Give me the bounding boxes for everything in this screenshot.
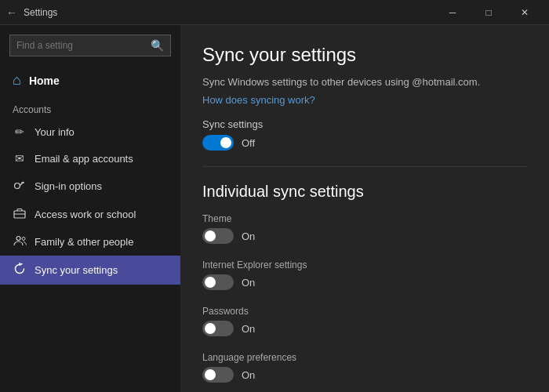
sidebar-item-sync-your-settings[interactable]: Sync your settings [0, 256, 180, 285]
minimize-button[interactable]: ─ [434, 0, 471, 25]
toggle-state: On [242, 369, 255, 381]
sync-item-ie-settings: Internet Explorer settings On [202, 260, 527, 290]
toggle-thumb [205, 230, 216, 241]
language-toggle[interactable] [202, 367, 234, 383]
toggle-thumb [205, 323, 216, 334]
email-icon: ✉ [13, 152, 27, 165]
window-controls: ─ □ ✕ [434, 0, 543, 25]
page-title: Sync your settings [202, 44, 527, 66]
sidebar-item-email-app-accounts[interactable]: ✉ Email & app accounts [0, 145, 180, 172]
maximize-button[interactable]: □ [471, 0, 507, 25]
search-icon: 🔍 [151, 39, 164, 52]
divider [202, 166, 527, 167]
person-icon: ✏ [13, 125, 27, 138]
toggle-thumb [205, 277, 216, 288]
ie-settings-toggle[interactable] [202, 274, 234, 290]
svg-point-6 [16, 237, 20, 241]
svg-point-7 [22, 238, 25, 241]
people-icon [13, 235, 27, 249]
sync-item-passwords: Passwords On [202, 306, 527, 336]
sync-item-language: Language preferences On [202, 352, 527, 383]
toggle-row: On [202, 274, 527, 290]
sync-help-link[interactable]: How does syncing work? [202, 94, 527, 106]
sync-icon [13, 263, 27, 278]
sidebar-item-family-other-people[interactable]: Family & other people [0, 228, 180, 256]
sync-item-theme: Theme On [202, 213, 527, 244]
sync-settings-label: Sync settings [202, 118, 527, 130]
content-subtitle: Sync Windows settings to other devices u… [202, 75, 527, 89]
sync-item-label: Theme [202, 213, 527, 224]
close-button[interactable]: ✕ [507, 0, 543, 25]
toggle-state: On [242, 230, 255, 242]
svg-point-0 [15, 183, 20, 189]
sidebar-item-label: Sync your settings [35, 264, 118, 276]
sidebar-item-home[interactable]: ⌂ Home [0, 66, 180, 95]
individual-sync-title: Individual sync settings [202, 183, 527, 201]
sync-settings-state: Off [242, 137, 255, 149]
sidebar-item-label: Your info [35, 126, 75, 138]
theme-toggle[interactable] [202, 228, 234, 244]
sidebar-item-access-work-school[interactable]: Access work or school [0, 201, 180, 228]
toggle-thumb [205, 369, 216, 380]
briefcase-icon [13, 208, 27, 221]
accounts-section-label: Accounts [0, 95, 180, 118]
sidebar-item-your-info[interactable]: ✏ Your info [0, 118, 180, 145]
search-box[interactable]: 🔍 [9, 34, 171, 56]
home-label: Home [29, 74, 60, 87]
home-icon: ⌂ [13, 72, 21, 89]
sync-settings-toggle-row: Off [202, 135, 527, 151]
sidebar-item-label: Email & app accounts [35, 153, 133, 165]
sidebar-item-label: Access work or school [35, 209, 136, 220]
back-button[interactable]: ← [6, 6, 17, 19]
key-icon [13, 179, 27, 194]
sync-item-label: Language preferences [202, 352, 527, 363]
toggle-row: On [202, 367, 527, 383]
passwords-toggle[interactable] [202, 321, 234, 336]
sidebar-item-label: Family & other people [35, 236, 133, 248]
toggle-row: On [202, 228, 527, 244]
sidebar-item-sign-in-options[interactable]: Sign-in options [0, 172, 180, 201]
sync-settings-toggle[interactable] [202, 135, 234, 151]
title-bar: ← Settings ─ □ ✕ [0, 0, 549, 25]
sidebar-item-label: Sign-in options [35, 180, 102, 192]
toggle-row: On [202, 321, 527, 336]
app-title: Settings [24, 7, 434, 18]
sync-item-label: Internet Explorer settings [202, 260, 527, 270]
toggle-thumb [220, 137, 231, 148]
search-input[interactable] [16, 40, 151, 51]
toggle-state: On [242, 277, 255, 289]
content-area: Sync your settings Sync Windows settings… [180, 25, 549, 392]
sidebar: 🔍 ⌂ Home Accounts ✏ Your info ✉ Email & … [0, 25, 180, 392]
toggle-state: On [242, 323, 255, 335]
sync-item-label: Passwords [202, 306, 527, 317]
app-container: 🔍 ⌂ Home Accounts ✏ Your info ✉ Email & … [0, 25, 549, 392]
